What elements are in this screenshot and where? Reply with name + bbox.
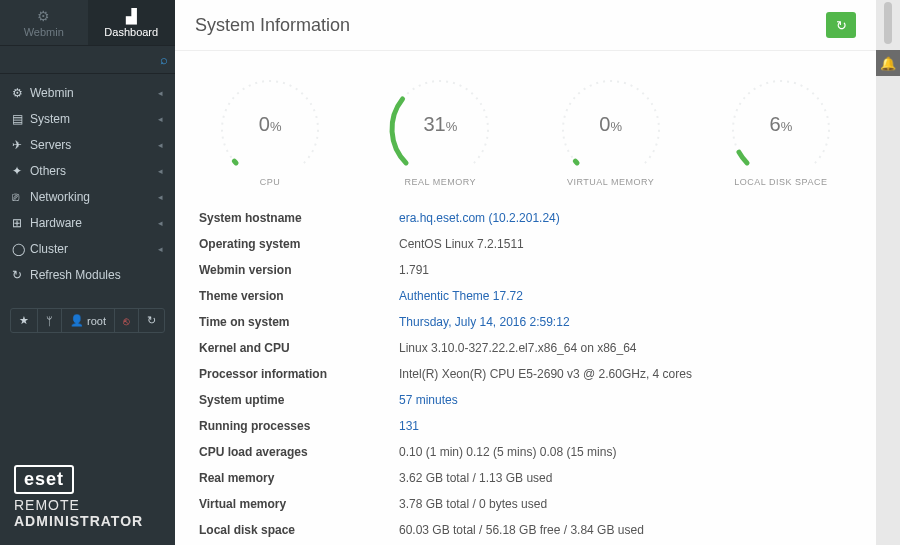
- chevron-left-icon: ◂: [158, 140, 163, 150]
- nav-label: Cluster: [30, 242, 158, 256]
- tab-dashboard-label: Dashboard: [104, 26, 158, 38]
- sidebar: ⚙ Webmin ▟ Dashboard ⌕ ⚙Webmin◂▤System◂✈…: [0, 0, 175, 545]
- gauges-row: 0%CPU31%REAL MEMORY0%VIRTUAL MEMORY6%LOC…: [175, 51, 876, 197]
- info-key: Real memory: [199, 471, 399, 485]
- info-value[interactable]: Authentic Theme 17.72: [399, 289, 523, 303]
- info-value[interactable]: Thursday, July 14, 2016 2:59:12: [399, 315, 570, 329]
- sidebar-tabs: ⚙ Webmin ▟ Dashboard: [0, 0, 175, 46]
- bell-icon: 🔔: [880, 56, 896, 71]
- share-button[interactable]: ᛘ: [38, 309, 62, 332]
- favorite-button[interactable]: ★: [11, 309, 38, 332]
- brand-subtitle: REMOTE ADMINISTRATOR: [14, 498, 161, 529]
- info-key: Operating system: [199, 237, 399, 251]
- chevron-left-icon: ◂: [158, 192, 163, 202]
- gauge-cpu: 0%CPU: [195, 71, 345, 187]
- chevron-left-icon: ◂: [158, 244, 163, 254]
- sidebar-footer: eset REMOTE ADMINISTRATOR: [0, 453, 175, 545]
- sidebar-search: ⌕: [0, 46, 175, 74]
- brand-logo: eset: [14, 465, 74, 494]
- info-value[interactable]: 131: [399, 419, 419, 433]
- gauge-real-memory: 31%REAL MEMORY: [365, 71, 515, 187]
- sidebar-item-servers[interactable]: ✈Servers◂: [0, 132, 175, 158]
- nav-icon: ⚙: [12, 86, 30, 100]
- info-key: Kernel and CPU: [199, 341, 399, 355]
- gauge-virtual-memory: 0%VIRTUAL MEMORY: [536, 71, 686, 187]
- info-row: Local disk space60.03 GB total / 56.18 G…: [199, 517, 852, 543]
- tab-webmin[interactable]: ⚙ Webmin: [0, 0, 88, 45]
- info-key: Local disk space: [199, 523, 399, 537]
- chevron-left-icon: ◂: [158, 114, 163, 124]
- chevron-left-icon: ◂: [158, 166, 163, 176]
- chevron-left-icon: ◂: [158, 218, 163, 228]
- tab-dashboard[interactable]: ▟ Dashboard: [88, 0, 176, 45]
- info-value: Intel(R) Xeon(R) CPU E5-2690 v3 @ 2.60GH…: [399, 367, 692, 381]
- sidebar-item-hardware[interactable]: ⊞Hardware◂: [0, 210, 175, 236]
- user-label: root: [87, 315, 106, 327]
- refresh-button[interactable]: ↻: [826, 12, 856, 38]
- sidebar-item-refresh-modules[interactable]: ↻Refresh Modules: [0, 262, 175, 288]
- info-key: Webmin version: [199, 263, 399, 277]
- user-button[interactable]: 👤 root: [62, 309, 115, 332]
- chevron-left-icon: ◂: [158, 88, 163, 98]
- search-input[interactable]: [10, 53, 160, 67]
- info-key: System uptime: [199, 393, 399, 407]
- sidebar-item-cluster[interactable]: ◯Cluster◂: [0, 236, 175, 262]
- info-key: Running processes: [199, 419, 399, 433]
- info-row: Virtual memory3.78 GB total / 0 bytes us…: [199, 491, 852, 517]
- nav-icon: ✈: [12, 138, 30, 152]
- info-value: CentOS Linux 7.2.1511: [399, 237, 524, 251]
- sidebar-item-system[interactable]: ▤System◂: [0, 106, 175, 132]
- info-row: Time on systemThursday, July 14, 2016 2:…: [199, 309, 852, 335]
- page-title: System Information: [195, 15, 350, 36]
- info-value: 3.62 GB total / 1.13 GB used: [399, 471, 552, 485]
- sidebar-actions: ★ ᛘ 👤 root ⎋ ↻: [10, 308, 165, 333]
- nav-icon: ⎚: [12, 190, 30, 204]
- info-key: Virtual memory: [199, 497, 399, 511]
- branch-icon: ᛘ: [46, 315, 53, 327]
- info-row: System uptime57 minutes: [199, 387, 852, 413]
- search-icon[interactable]: ⌕: [160, 52, 168, 67]
- nav-label: System: [30, 112, 158, 126]
- notifications-button[interactable]: 🔔: [876, 50, 900, 76]
- system-info-table: System hostnameera.hq.eset.com (10.2.201…: [175, 197, 876, 545]
- info-key: Theme version: [199, 289, 399, 303]
- info-row: Running processes131: [199, 413, 852, 439]
- info-row: Operating systemCentOS Linux 7.2.1511: [199, 231, 852, 257]
- info-row: Webmin version1.791: [199, 257, 852, 283]
- nav-label: Webmin: [30, 86, 158, 100]
- info-value: 1.791: [399, 263, 429, 277]
- info-value: 3.78 GB total / 0 bytes used: [399, 497, 547, 511]
- main-header: System Information ↻: [175, 0, 876, 51]
- nav-label: Hardware: [30, 216, 158, 230]
- nav-icon: ◯: [12, 242, 30, 256]
- nav-label: Refresh Modules: [30, 268, 163, 282]
- info-row: Processor informationIntel(R) Xeon(R) CP…: [199, 361, 852, 387]
- right-rail: 🔔: [876, 0, 900, 545]
- nav-icon: ▤: [12, 112, 30, 126]
- gauge-value: 0%: [205, 113, 335, 136]
- sidebar-item-webmin[interactable]: ⚙Webmin◂: [0, 80, 175, 106]
- info-row: Kernel and CPULinux 3.10.0-327.22.2.el7.…: [199, 335, 852, 361]
- scrollbar-thumb[interactable]: [884, 2, 892, 44]
- nav-icon: ⊞: [12, 216, 30, 230]
- info-value[interactable]: era.hq.eset.com (10.2.201.24): [399, 211, 560, 225]
- info-value: 0.10 (1 min) 0.12 (5 mins) 0.08 (15 mins…: [399, 445, 616, 459]
- logout-button[interactable]: ⎋: [115, 309, 139, 332]
- gauge-local-disk-space: 6%LOCAL DISK SPACE: [706, 71, 856, 187]
- info-row: Theme versionAuthentic Theme 17.72: [199, 283, 852, 309]
- sidebar-nav: ⚙Webmin◂▤System◂✈Servers◂✦Others◂⎚Networ…: [0, 74, 175, 294]
- nav-label: Others: [30, 164, 158, 178]
- info-value[interactable]: 57 minutes: [399, 393, 458, 407]
- sidebar-item-networking[interactable]: ⎚Networking◂: [0, 184, 175, 210]
- nav-icon: ↻: [12, 268, 30, 282]
- info-key: Time on system: [199, 315, 399, 329]
- info-value: 60.03 GB total / 56.18 GB free / 3.84 GB…: [399, 523, 644, 537]
- gauge-value: 6%: [716, 113, 846, 136]
- sidebar-item-others[interactable]: ✦Others◂: [0, 158, 175, 184]
- nav-icon: ✦: [12, 164, 30, 178]
- info-row: Real memory3.62 GB total / 1.13 GB used: [199, 465, 852, 491]
- reload-button[interactable]: ↻: [139, 309, 164, 332]
- gauge-icon: ⚙: [37, 8, 50, 24]
- nav-label: Networking: [30, 190, 158, 204]
- info-row: CPU load averages0.10 (1 min) 0.12 (5 mi…: [199, 439, 852, 465]
